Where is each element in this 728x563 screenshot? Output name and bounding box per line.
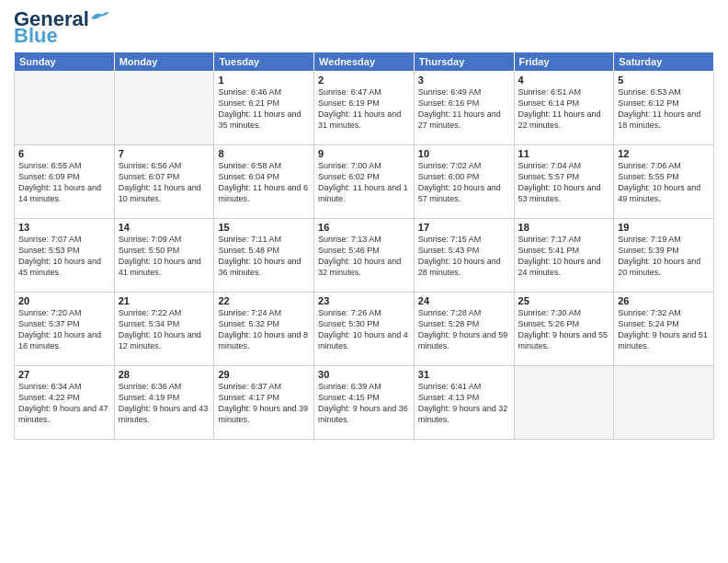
day-number: 14: [119, 222, 210, 233]
col-header-sunday: Sunday: [15, 52, 115, 72]
day-detail: Sunrise: 7:26 AM Sunset: 5:30 PM Dayligh…: [318, 307, 410, 352]
calendar-cell: 31Sunrise: 6:41 AM Sunset: 4:13 PM Dayli…: [414, 366, 514, 440]
day-detail: Sunrise: 7:20 AM Sunset: 5:37 PM Dayligh…: [18, 307, 110, 352]
day-detail: Sunrise: 7:24 AM Sunset: 5:32 PM Dayligh…: [218, 307, 310, 352]
calendar-cell: 11Sunrise: 7:04 AM Sunset: 5:57 PM Dayli…: [514, 145, 614, 219]
day-detail: Sunrise: 7:22 AM Sunset: 5:34 PM Dayligh…: [119, 307, 210, 352]
day-detail: Sunrise: 6:37 AM Sunset: 4:17 PM Dayligh…: [218, 381, 310, 426]
day-detail: Sunrise: 6:46 AM Sunset: 6:21 PM Dayligh…: [218, 86, 310, 132]
calendar-cell: 7Sunrise: 6:56 AM Sunset: 6:07 PM Daylig…: [114, 145, 214, 219]
calendar-cell: 15Sunrise: 7:11 AM Sunset: 5:48 PM Dayli…: [214, 219, 314, 293]
logo: General Blue: [14, 9, 109, 46]
day-detail: Sunrise: 7:06 AM Sunset: 5:55 PM Dayligh…: [618, 160, 710, 205]
day-detail: Sunrise: 6:53 AM Sunset: 6:12 PM Dayligh…: [618, 86, 710, 132]
day-detail: Sunrise: 7:02 AM Sunset: 6:00 PM Dayligh…: [418, 160, 510, 205]
logo-blue-text: Blue: [14, 26, 58, 46]
day-number: 4: [518, 75, 610, 86]
day-number: 24: [418, 295, 510, 306]
day-detail: Sunrise: 6:39 AM Sunset: 4:15 PM Dayligh…: [318, 381, 410, 426]
calendar-cell: 8Sunrise: 6:58 AM Sunset: 6:04 PM Daylig…: [214, 145, 314, 219]
day-detail: Sunrise: 7:11 AM Sunset: 5:48 PM Dayligh…: [218, 234, 310, 279]
day-number: 31: [418, 369, 510, 380]
day-number: 16: [318, 222, 410, 233]
calendar-week-4: 20Sunrise: 7:20 AM Sunset: 5:37 PM Dayli…: [15, 293, 714, 366]
day-detail: Sunrise: 7:00 AM Sunset: 6:02 PM Dayligh…: [318, 160, 410, 205]
day-detail: Sunrise: 7:32 AM Sunset: 5:24 PM Dayligh…: [618, 307, 710, 352]
calendar-cell: 27Sunrise: 6:34 AM Sunset: 4:22 PM Dayli…: [15, 366, 115, 440]
col-header-monday: Monday: [114, 52, 214, 72]
header: General Blue: [14, 9, 714, 46]
day-number: 20: [18, 295, 110, 306]
calendar-header-row: SundayMondayTuesdayWednesdayThursdayFrid…: [15, 52, 714, 72]
day-detail: Sunrise: 7:09 AM Sunset: 5:50 PM Dayligh…: [119, 234, 210, 279]
day-number: 10: [418, 148, 510, 159]
day-number: 27: [18, 369, 110, 380]
day-detail: Sunrise: 6:56 AM Sunset: 6:07 PM Dayligh…: [119, 160, 210, 205]
day-number: 30: [318, 369, 410, 380]
calendar-cell: 3Sunrise: 6:49 AM Sunset: 6:16 PM Daylig…: [414, 72, 514, 145]
day-number: 1: [218, 75, 310, 86]
day-number: 2: [318, 75, 410, 86]
calendar-cell: 2Sunrise: 6:47 AM Sunset: 6:19 PM Daylig…: [314, 72, 415, 145]
day-number: 29: [218, 369, 310, 380]
day-number: 9: [318, 148, 410, 159]
calendar-cell: 12Sunrise: 7:06 AM Sunset: 5:55 PM Dayli…: [614, 145, 714, 219]
calendar-cell: 21Sunrise: 7:22 AM Sunset: 5:34 PM Dayli…: [114, 293, 214, 366]
day-number: 23: [318, 295, 410, 306]
day-detail: Sunrise: 7:30 AM Sunset: 5:26 PM Dayligh…: [518, 307, 610, 352]
day-detail: Sunrise: 6:55 AM Sunset: 6:09 PM Dayligh…: [18, 160, 110, 205]
day-number: 19: [618, 222, 710, 233]
calendar-cell: 24Sunrise: 7:28 AM Sunset: 5:28 PM Dayli…: [414, 293, 514, 366]
day-number: 15: [218, 222, 310, 233]
day-number: 28: [119, 369, 210, 380]
page: General Blue SundayMondayTuesdayWednesda…: [0, 0, 728, 563]
col-header-saturday: Saturday: [614, 52, 714, 72]
calendar-cell: 22Sunrise: 7:24 AM Sunset: 5:32 PM Dayli…: [214, 293, 314, 366]
calendar-cell: 4Sunrise: 6:51 AM Sunset: 6:14 PM Daylig…: [514, 72, 614, 145]
calendar-cell: 25Sunrise: 7:30 AM Sunset: 5:26 PM Dayli…: [514, 293, 614, 366]
calendar-cell: 9Sunrise: 7:00 AM Sunset: 6:02 PM Daylig…: [314, 145, 415, 219]
day-number: 22: [218, 295, 310, 306]
day-detail: Sunrise: 7:15 AM Sunset: 5:43 PM Dayligh…: [418, 234, 510, 279]
calendar-cell: 6Sunrise: 6:55 AM Sunset: 6:09 PM Daylig…: [15, 145, 115, 219]
calendar-cell: [114, 72, 214, 145]
col-header-tuesday: Tuesday: [214, 52, 314, 72]
day-detail: Sunrise: 7:13 AM Sunset: 5:46 PM Dayligh…: [318, 234, 410, 279]
calendar-cell: 23Sunrise: 7:26 AM Sunset: 5:30 PM Dayli…: [314, 293, 415, 366]
calendar-cell: 19Sunrise: 7:19 AM Sunset: 5:39 PM Dayli…: [614, 219, 714, 293]
calendar-cell: [514, 366, 614, 440]
calendar-week-1: 1Sunrise: 6:46 AM Sunset: 6:21 PM Daylig…: [15, 72, 714, 145]
day-number: 21: [119, 295, 210, 306]
calendar-cell: 10Sunrise: 7:02 AM Sunset: 6:00 PM Dayli…: [414, 145, 514, 219]
day-detail: Sunrise: 6:34 AM Sunset: 4:22 PM Dayligh…: [18, 381, 110, 426]
day-detail: Sunrise: 7:19 AM Sunset: 5:39 PM Dayligh…: [618, 234, 710, 279]
day-number: 12: [618, 148, 710, 159]
day-number: 11: [518, 148, 610, 159]
calendar-cell: [614, 366, 714, 440]
day-number: 26: [618, 295, 710, 306]
calendar-cell: 14Sunrise: 7:09 AM Sunset: 5:50 PM Dayli…: [114, 219, 214, 293]
calendar-cell: 30Sunrise: 6:39 AM Sunset: 4:15 PM Dayli…: [314, 366, 415, 440]
day-detail: Sunrise: 7:28 AM Sunset: 5:28 PM Dayligh…: [418, 307, 510, 352]
calendar-cell: 17Sunrise: 7:15 AM Sunset: 5:43 PM Dayli…: [414, 219, 514, 293]
calendar-cell: 5Sunrise: 6:53 AM Sunset: 6:12 PM Daylig…: [614, 72, 714, 145]
calendar-cell: 26Sunrise: 7:32 AM Sunset: 5:24 PM Dayli…: [614, 293, 714, 366]
calendar: SundayMondayTuesdayWednesdayThursdayFrid…: [14, 52, 714, 440]
calendar-cell: [15, 72, 115, 145]
day-number: 13: [18, 222, 110, 233]
calendar-cell: 29Sunrise: 6:37 AM Sunset: 4:17 PM Dayli…: [214, 366, 314, 440]
calendar-cell: 20Sunrise: 7:20 AM Sunset: 5:37 PM Dayli…: [15, 293, 115, 366]
calendar-cell: 1Sunrise: 6:46 AM Sunset: 6:21 PM Daylig…: [214, 72, 314, 145]
day-number: 6: [18, 148, 110, 159]
day-detail: Sunrise: 7:07 AM Sunset: 5:53 PM Dayligh…: [18, 234, 110, 279]
day-number: 8: [218, 148, 310, 159]
calendar-week-5: 27Sunrise: 6:34 AM Sunset: 4:22 PM Dayli…: [15, 366, 714, 440]
day-number: 25: [518, 295, 610, 306]
logo-bird-icon: [89, 9, 109, 26]
calendar-cell: 16Sunrise: 7:13 AM Sunset: 5:46 PM Dayli…: [314, 219, 415, 293]
day-detail: Sunrise: 7:17 AM Sunset: 5:41 PM Dayligh…: [518, 234, 610, 279]
calendar-week-3: 13Sunrise: 7:07 AM Sunset: 5:53 PM Dayli…: [15, 219, 714, 293]
col-header-friday: Friday: [514, 52, 614, 72]
calendar-cell: 18Sunrise: 7:17 AM Sunset: 5:41 PM Dayli…: [514, 219, 614, 293]
day-detail: Sunrise: 6:36 AM Sunset: 4:19 PM Dayligh…: [119, 381, 210, 426]
